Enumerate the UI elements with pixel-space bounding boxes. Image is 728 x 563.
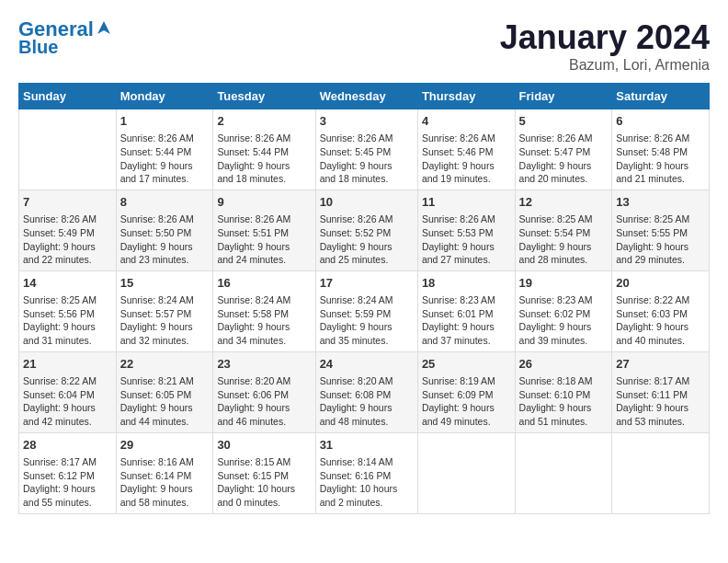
week-row-2: 7Sunrise: 8:26 AM Sunset: 5:49 PM Daylig… <box>19 190 710 270</box>
column-header-wednesday: Wednesday <box>315 84 417 109</box>
week-row-1: 1Sunrise: 8:26 AM Sunset: 5:44 PM Daylig… <box>19 109 710 190</box>
day-content: Sunrise: 8:26 AM Sunset: 5:45 PM Dayligh… <box>320 132 414 186</box>
day-number: 27 <box>616 356 705 373</box>
week-row-3: 14Sunrise: 8:25 AM Sunset: 5:56 PM Dayli… <box>19 270 710 351</box>
day-content: Sunrise: 8:26 AM Sunset: 5:50 PM Dayligh… <box>120 213 210 267</box>
day-number: 6 <box>616 113 705 130</box>
day-number: 11 <box>422 194 511 211</box>
day-number: 22 <box>120 356 210 373</box>
week-row-4: 21Sunrise: 8:22 AM Sunset: 6:04 PM Dayli… <box>19 351 710 432</box>
calendar-cell: 23Sunrise: 8:20 AM Sunset: 6:06 PM Dayli… <box>213 351 315 432</box>
month-title: January 2024 <box>500 18 710 57</box>
calendar-cell: 1Sunrise: 8:26 AM Sunset: 5:44 PM Daylig… <box>116 109 213 190</box>
day-content: Sunrise: 8:14 AM Sunset: 6:16 PM Dayligh… <box>320 455 414 510</box>
day-number: 1 <box>120 113 210 130</box>
title-block: January 2024 Bazum, Lori, Armenia <box>500 18 710 74</box>
calendar-cell <box>19 109 117 190</box>
calendar-table: SundayMondayTuesdayWednesdayThursdayFrid… <box>18 83 710 514</box>
day-content: Sunrise: 8:20 AM Sunset: 6:08 PM Dayligh… <box>320 374 414 429</box>
day-content: Sunrise: 8:26 AM Sunset: 5:44 PM Dayligh… <box>120 132 210 186</box>
day-number: 28 <box>23 437 112 454</box>
day-content: Sunrise: 8:25 AM Sunset: 5:55 PM Dayligh… <box>616 213 705 267</box>
calendar-cell: 17Sunrise: 8:24 AM Sunset: 5:59 PM Dayli… <box>315 270 417 351</box>
day-number: 7 <box>23 194 112 211</box>
calendar-cell: 15Sunrise: 8:24 AM Sunset: 5:57 PM Dayli… <box>116 270 213 351</box>
calendar-cell: 21Sunrise: 8:22 AM Sunset: 6:04 PM Dayli… <box>19 351 117 432</box>
calendar-cell: 2Sunrise: 8:26 AM Sunset: 5:44 PM Daylig… <box>213 109 315 190</box>
day-content: Sunrise: 8:19 AM Sunset: 6:09 PM Dayligh… <box>422 374 511 429</box>
logo-text-blue: Blue <box>18 37 58 57</box>
svg-marker-0 <box>97 21 110 34</box>
calendar-cell: 3Sunrise: 8:26 AM Sunset: 5:45 PM Daylig… <box>315 109 417 190</box>
calendar-cell: 30Sunrise: 8:15 AM Sunset: 6:15 PM Dayli… <box>213 432 315 513</box>
calendar-cell: 5Sunrise: 8:26 AM Sunset: 5:47 PM Daylig… <box>515 109 612 190</box>
day-number: 21 <box>23 356 112 373</box>
day-content: Sunrise: 8:26 AM Sunset: 5:49 PM Dayligh… <box>23 213 112 267</box>
day-number: 10 <box>320 194 414 211</box>
calendar-cell: 24Sunrise: 8:20 AM Sunset: 6:08 PM Dayli… <box>315 351 417 432</box>
day-content: Sunrise: 8:21 AM Sunset: 6:05 PM Dayligh… <box>120 374 210 429</box>
calendar-cell: 18Sunrise: 8:23 AM Sunset: 6:01 PM Dayli… <box>417 270 515 351</box>
day-number: 9 <box>217 194 311 211</box>
calendar-cell: 31Sunrise: 8:14 AM Sunset: 6:16 PM Dayli… <box>315 432 417 513</box>
day-content: Sunrise: 8:26 AM Sunset: 5:48 PM Dayligh… <box>616 132 705 186</box>
column-header-thursday: Thursday <box>417 84 515 109</box>
day-content: Sunrise: 8:20 AM Sunset: 6:06 PM Dayligh… <box>217 374 311 429</box>
day-number: 23 <box>217 356 311 373</box>
day-number: 14 <box>23 275 112 292</box>
column-header-monday: Monday <box>116 84 213 109</box>
day-content: Sunrise: 8:26 AM Sunset: 5:51 PM Dayligh… <box>217 213 311 267</box>
day-content: Sunrise: 8:22 AM Sunset: 6:04 PM Dayligh… <box>23 374 112 429</box>
day-number: 26 <box>519 356 609 373</box>
day-content: Sunrise: 8:24 AM Sunset: 5:59 PM Dayligh… <box>320 293 414 348</box>
column-header-tuesday: Tuesday <box>213 84 315 109</box>
day-number: 17 <box>320 275 414 292</box>
calendar-header-row: SundayMondayTuesdayWednesdayThursdayFrid… <box>19 84 710 109</box>
day-content: Sunrise: 8:26 AM Sunset: 5:47 PM Dayligh… <box>519 132 609 186</box>
column-header-friday: Friday <box>515 84 612 109</box>
calendar-cell: 4Sunrise: 8:26 AM Sunset: 5:46 PM Daylig… <box>417 109 515 190</box>
day-content: Sunrise: 8:25 AM Sunset: 5:56 PM Dayligh… <box>23 293 112 348</box>
calendar-cell <box>515 432 612 513</box>
calendar-cell: 14Sunrise: 8:25 AM Sunset: 5:56 PM Dayli… <box>19 270 117 351</box>
day-number: 19 <box>519 275 609 292</box>
calendar-cell: 8Sunrise: 8:26 AM Sunset: 5:50 PM Daylig… <box>116 190 213 270</box>
calendar-cell: 10Sunrise: 8:26 AM Sunset: 5:52 PM Dayli… <box>315 190 417 270</box>
day-number: 24 <box>320 356 414 373</box>
day-number: 29 <box>120 437 210 454</box>
calendar-cell: 6Sunrise: 8:26 AM Sunset: 5:48 PM Daylig… <box>612 109 710 190</box>
calendar-cell <box>417 432 515 513</box>
day-number: 15 <box>120 275 210 292</box>
page-header: General Blue January 2024 Bazum, Lori, A… <box>18 18 710 74</box>
day-content: Sunrise: 8:22 AM Sunset: 6:03 PM Dayligh… <box>616 293 705 348</box>
day-content: Sunrise: 8:26 AM Sunset: 5:52 PM Dayligh… <box>320 213 414 267</box>
day-content: Sunrise: 8:16 AM Sunset: 6:14 PM Dayligh… <box>120 455 210 510</box>
calendar-cell: 28Sunrise: 8:17 AM Sunset: 6:12 PM Dayli… <box>19 432 117 513</box>
day-content: Sunrise: 8:26 AM Sunset: 5:46 PM Dayligh… <box>422 132 511 186</box>
calendar-cell: 9Sunrise: 8:26 AM Sunset: 5:51 PM Daylig… <box>213 190 315 270</box>
day-number: 16 <box>217 275 311 292</box>
day-content: Sunrise: 8:15 AM Sunset: 6:15 PM Dayligh… <box>217 455 311 510</box>
day-number: 20 <box>616 275 705 292</box>
day-content: Sunrise: 8:24 AM Sunset: 5:57 PM Dayligh… <box>120 293 210 348</box>
day-content: Sunrise: 8:23 AM Sunset: 6:02 PM Dayligh… <box>519 293 609 348</box>
day-number: 25 <box>422 356 511 373</box>
column-header-saturday: Saturday <box>612 84 710 109</box>
day-number: 12 <box>519 194 609 211</box>
calendar-cell: 27Sunrise: 8:17 AM Sunset: 6:11 PM Dayli… <box>612 351 710 432</box>
calendar-cell: 7Sunrise: 8:26 AM Sunset: 5:49 PM Daylig… <box>19 190 117 270</box>
day-number: 5 <box>519 113 609 130</box>
day-content: Sunrise: 8:23 AM Sunset: 6:01 PM Dayligh… <box>422 293 511 348</box>
day-content: Sunrise: 8:24 AM Sunset: 5:58 PM Dayligh… <box>217 293 311 348</box>
day-number: 18 <box>422 275 511 292</box>
day-content: Sunrise: 8:17 AM Sunset: 6:11 PM Dayligh… <box>616 374 705 429</box>
calendar-cell: 25Sunrise: 8:19 AM Sunset: 6:09 PM Dayli… <box>417 351 515 432</box>
day-number: 31 <box>320 437 414 454</box>
calendar-cell: 29Sunrise: 8:16 AM Sunset: 6:14 PM Dayli… <box>116 432 213 513</box>
logo-bird-icon <box>96 19 112 36</box>
location: Bazum, Lori, Armenia <box>500 57 710 74</box>
calendar-cell: 11Sunrise: 8:26 AM Sunset: 5:53 PM Dayli… <box>417 190 515 270</box>
calendar-cell: 13Sunrise: 8:25 AM Sunset: 5:55 PM Dayli… <box>612 190 710 270</box>
calendar-cell: 26Sunrise: 8:18 AM Sunset: 6:10 PM Dayli… <box>515 351 612 432</box>
day-content: Sunrise: 8:18 AM Sunset: 6:10 PM Dayligh… <box>519 374 609 429</box>
